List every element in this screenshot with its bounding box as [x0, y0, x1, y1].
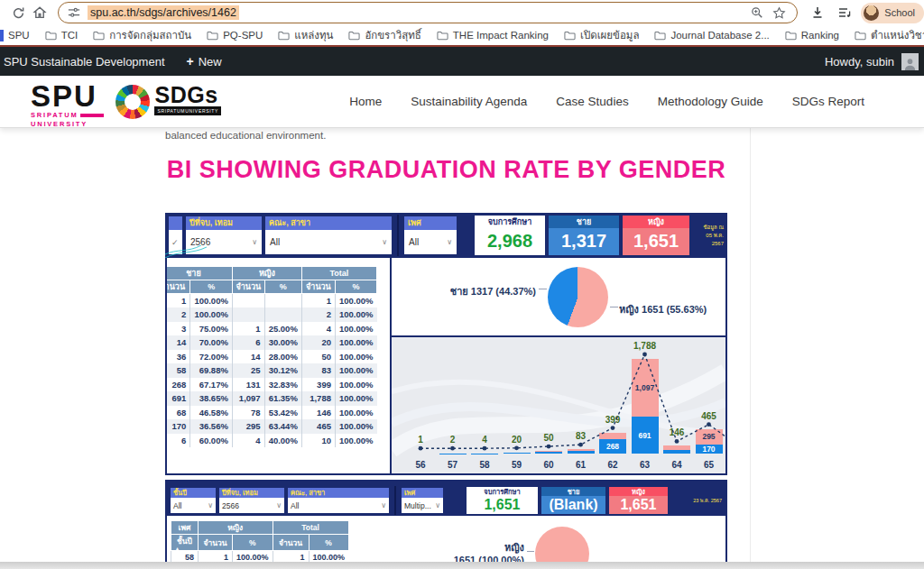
cell: 78 — [232, 406, 264, 420]
stacked-bar[interactable]: 1,097691 — [632, 359, 659, 454]
slicer-dropdown[interactable]: All∨ — [171, 498, 216, 513]
stacked-bar[interactable]: 268 — [599, 433, 626, 454]
cell: 6 — [232, 335, 264, 350]
slicer-value: 2566 — [222, 501, 239, 510]
slicer-2: เพศAll∨ — [404, 216, 457, 254]
slicer-dropdown[interactable]: All∨ — [404, 230, 457, 254]
wp-greeting[interactable]: Howdy, subin — [825, 55, 894, 69]
bi-dashboard-2: ชั้นปีAll∨ปีที่จบ, เทอม2566∨คณะ, สาขาAll… — [165, 480, 727, 569]
nav-item-sustainability-agenda[interactable]: Sustainability Agenda — [411, 95, 527, 108]
nav-item-sdgs-report[interactable]: SDGs Report — [792, 95, 864, 108]
home-icon[interactable] — [29, 2, 51, 23]
female-segment — [599, 433, 626, 440]
slicer-dropdown[interactable]: 2566∨ — [219, 498, 284, 513]
sub-header[interactable]: จำนวน — [167, 280, 190, 294]
download-icon[interactable] — [807, 2, 828, 23]
bookmark-label: THE Impact Ranking — [453, 30, 549, 41]
group-header[interactable]: หญิง — [232, 267, 301, 280]
filter-divider — [394, 486, 396, 515]
bookmark-item[interactable]: SPU — [0, 30, 30, 41]
cell — [264, 307, 301, 322]
sub-header[interactable]: % — [233, 535, 273, 551]
bookmark-item[interactable]: ตำแหน่งวิชาการ — [855, 27, 924, 43]
sub-header[interactable]: % — [309, 535, 348, 551]
sub-header[interactable]: % — [335, 280, 376, 294]
stacked-bar[interactable] — [504, 453, 531, 454]
stacked-bar[interactable] — [568, 449, 595, 454]
stacked-bar[interactable] — [471, 453, 498, 454]
cell: 67.17% — [190, 378, 233, 392]
nav-item-methodology-guide[interactable]: Methodology Guide — [658, 95, 763, 108]
slicer-dropdown[interactable]: All∨ — [265, 230, 392, 254]
bookmark-label: SPU — [8, 30, 30, 41]
spu-logo-sub1: SRIPATUM — [31, 111, 78, 119]
site-settings-icon[interactable] — [66, 2, 82, 23]
profile-chip[interactable]: School — [861, 3, 924, 23]
male-segment — [568, 451, 595, 454]
pie-label-male: ชาย 1317 (44.37%) — [392, 283, 536, 299]
reload-icon[interactable] — [7, 2, 29, 23]
pie2-label-line1: หญิง — [398, 541, 524, 554]
wp-user-avatar[interactable] — [901, 53, 919, 70]
total-label: 146 — [657, 427, 697, 437]
cell: 38.65% — [190, 391, 233, 406]
sub-header[interactable]: % — [190, 280, 233, 294]
wp-new-button[interactable]: + New — [187, 54, 222, 69]
chevron-down-icon: ∨ — [435, 501, 440, 509]
group-header[interactable]: หญิง — [199, 521, 273, 535]
sub-header[interactable]: % — [264, 280, 301, 294]
cell: 83 — [301, 363, 335, 378]
cell: 1 — [301, 294, 335, 308]
wp-site-name[interactable]: SPU Sustainable Development — [4, 55, 165, 69]
bookmark-item[interactable]: อักขราวิสุทธิ์ — [348, 27, 420, 43]
logo-group[interactable]: SPU SRIPATUM UNIVERSITY SDGs SRIPATUMUNI… — [31, 82, 221, 129]
kpi-card-2: หญิง1,651 — [623, 216, 689, 255]
bookmark-item[interactable]: เปิดเผยข้อมูล — [564, 27, 640, 43]
clipped-slicer[interactable]: ✓ — [169, 216, 182, 254]
slicer-dropdown[interactable]: 2566∨ — [186, 230, 262, 254]
male-segment — [504, 453, 531, 454]
sub-header[interactable]: จำนวน — [232, 280, 264, 294]
nav-item-home[interactable]: Home — [349, 95, 382, 108]
bookmark-star-icon[interactable] — [768, 2, 790, 23]
clipped-slicer-header — [169, 216, 182, 230]
bookmark-item[interactable]: PQ-SPU — [207, 30, 263, 41]
stacked-bar[interactable] — [407, 453, 434, 454]
url-text[interactable]: spu.ac.th/sdgs/archives/1462 — [88, 5, 239, 20]
kpi-value: 1,317 — [549, 228, 619, 255]
bookmark-item[interactable]: Ranking — [785, 30, 839, 41]
bookmark-favicon — [0, 30, 4, 41]
sub-header[interactable]: จำนวน — [301, 280, 335, 294]
slicer-dropdown[interactable]: All∨ — [288, 498, 389, 513]
slicer-dropdown[interactable]: Multip...∨ — [402, 498, 443, 513]
stacked-bar[interactable]: 295170 — [696, 429, 723, 454]
address-bar[interactable]: spu.ac.th/sdgs/archives/1462 — [58, 2, 798, 23]
gender-pie[interactable] — [548, 267, 608, 327]
zoom-icon[interactable] — [746, 2, 768, 23]
cell: 58 — [167, 363, 190, 378]
sub-header[interactable]: จำนวน — [199, 535, 233, 551]
nav-item-case-studies[interactable]: Case Studies — [556, 95, 628, 108]
stacked-bar[interactable] — [439, 453, 467, 454]
as-of-line2: 05 พ.ค. 2567 — [693, 232, 724, 248]
stacked-bar[interactable] — [535, 451, 562, 454]
bookmark-item[interactable]: Journal Database 2... — [654, 30, 769, 41]
folder-icon — [564, 31, 576, 41]
cell: 70.00% — [190, 335, 233, 350]
group-header[interactable]: Total — [301, 267, 376, 280]
sub-header[interactable]: จำนวน — [273, 535, 309, 551]
corner-header-sort[interactable]: ชั้นปี▲ — [171, 535, 199, 551]
tab-list-icon[interactable] — [834, 2, 855, 23]
stacked-bar[interactable] — [663, 445, 690, 454]
bookmark-item[interactable]: TCI — [45, 30, 79, 41]
group-header[interactable]: ชาย — [167, 267, 232, 280]
bookmark-item[interactable]: การจัดกลุ่มสถาบัน — [93, 27, 191, 43]
slicer-label: เพศ — [402, 488, 443, 498]
cell: 61.35% — [264, 391, 301, 406]
group-header[interactable]: Total — [273, 521, 348, 535]
cell: 4 — [301, 322, 335, 336]
profile-name: School — [884, 7, 915, 18]
bookmark-item[interactable]: THE Impact Ranking — [437, 30, 549, 41]
table-row: 26867.17%13132.83%399100.00% — [167, 378, 377, 392]
bookmark-item[interactable]: แหล่งทุน — [278, 27, 333, 43]
